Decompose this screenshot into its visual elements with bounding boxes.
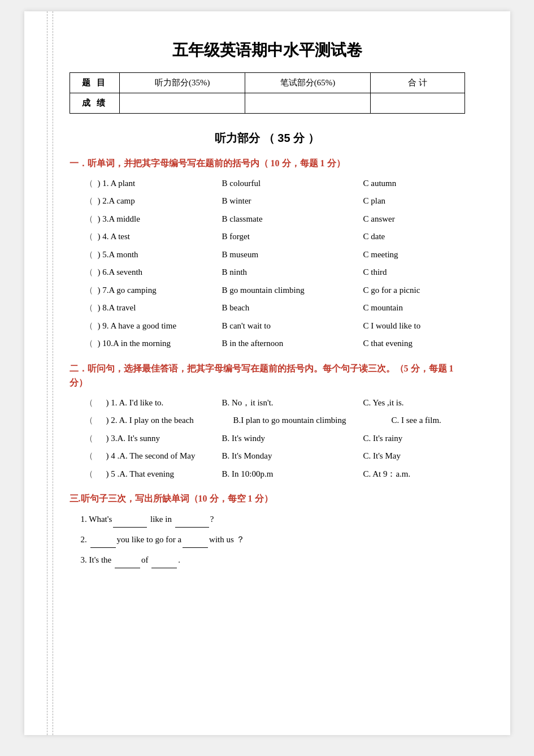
table-row: （ ) 1. A plant B colourful C autumn	[70, 176, 465, 191]
score-label-result: 成 绩	[70, 93, 120, 114]
q1-a: ) 1. A plant	[98, 176, 222, 191]
q4-b: B forget	[222, 230, 363, 244]
q4-a: ) 4. A test	[98, 230, 222, 244]
score-table: 题 目 听力部分(35%) 笔试部分(65%) 合 计 成 绩	[70, 72, 465, 114]
table-row: （ ) 3.A middle B classmate C answer	[70, 212, 465, 227]
q1-c: C autumn	[363, 176, 476, 191]
p2q2-a: ) 2. A. I play on the beach	[98, 413, 233, 428]
q7-c: C go for a picnic	[363, 283, 476, 298]
q1-b: B colourful	[222, 176, 363, 191]
bracket: （	[81, 449, 98, 464]
blank2	[175, 512, 209, 528]
bracket: （	[81, 413, 98, 428]
p2q2-b: B.I plan to go mountain climbing	[233, 413, 392, 428]
page-title: 五年级英语期中水平测试卷	[70, 40, 465, 61]
score-total-label: 合 计	[371, 73, 464, 93]
list-item: 3. It's the of .	[70, 552, 465, 568]
list-item: 2. you like to go for a with us ？	[70, 532, 465, 548]
table-row: （ ) 9. A have a good time B can't wait t…	[70, 319, 465, 334]
q7-a: ) 7.A go camping	[98, 283, 222, 298]
blank6	[151, 552, 177, 568]
table-row: （ ) 5.A month B museum C meeting	[70, 248, 465, 262]
p2q3-a: ) 3.A. It's sunny	[98, 431, 222, 446]
part3-heading: 三.听句子三次，写出所缺单词（10 分，每空 1 分）	[70, 491, 465, 506]
part1-label: 一．听单词，并把其字母编号写在题前的括号内（ 10 分，每题 1 分）	[70, 158, 345, 168]
p2q1-c: C. Yes ,it is.	[363, 396, 476, 411]
p2q5-c: C. At 9：a.m.	[363, 467, 476, 482]
q9-b: B can't wait to	[222, 319, 363, 334]
part2-label: 二．听问句，选择最佳答语，把其字母编号写在题前的括号内。每个句子读三次。（5 分…	[70, 364, 454, 388]
p2q4-b: B. It's Monday	[222, 449, 363, 464]
q8-c: C mountain	[363, 301, 476, 316]
q9-c: C I would like to	[363, 319, 476, 334]
p2q4-c: C. It's May	[363, 449, 476, 464]
table-row: （ ) 5 .A. That evening B. In 10:00p.m C.…	[70, 467, 465, 482]
bracket: （	[81, 301, 98, 316]
q10-a: ) 10.A in the morning	[98, 336, 222, 351]
q10-c: C that evening	[363, 336, 476, 351]
blank5	[115, 552, 140, 568]
bracket: （	[81, 396, 98, 411]
list-item: 1. What's like in ?	[70, 512, 465, 528]
bracket: （	[81, 431, 98, 446]
p2q4-a: ) 4 .A. The second of May	[98, 449, 222, 464]
bracket: （	[81, 283, 98, 298]
score-label-subject: 题 目	[70, 73, 120, 93]
q6-a: ) 6.A seventh	[98, 265, 222, 280]
blank4	[183, 532, 208, 548]
q9-a: ) 9. A have a good time	[98, 319, 222, 334]
score-listening-value	[120, 93, 245, 114]
score-listening-label: 听力部分(35%)	[120, 73, 245, 93]
table-row: （ ) 8.A travel B beach C mountain	[70, 301, 465, 316]
p2q3-c: C. It's rainy	[363, 431, 476, 446]
table-row: （ ) 4 .A. The second of May B. It's Mond…	[70, 449, 465, 464]
q8-a: ) 8.A travel	[98, 301, 222, 316]
bracket: （	[81, 248, 98, 262]
blank3	[90, 532, 116, 548]
bracket: （	[81, 176, 98, 191]
p2q5-a: ) 5 .A. That evening	[98, 467, 222, 482]
table-row: （ ) 1. A. I'd like to. B. No，it isn't. C…	[70, 396, 465, 411]
score-written-label: 笔试部分(65%)	[245, 73, 371, 93]
q10-b: B in the afternoon	[222, 336, 363, 351]
part3-label: 三.听句子三次，写出所缺单词（10 分，每空 1 分）	[70, 494, 273, 503]
p2q1-b: B. No，it isn't.	[222, 396, 363, 411]
q6-b: B ninth	[222, 265, 363, 280]
q5-a: ) 5.A month	[98, 248, 222, 262]
bracket: （	[81, 194, 98, 209]
part1-heading: 一．听单词，并把其字母编号写在题前的括号内（ 10 分，每题 1 分）	[70, 156, 465, 171]
part2-questions: （ ) 1. A. I'd like to. B. No，it isn't. C…	[70, 396, 465, 482]
q2-b: B winter	[222, 194, 363, 209]
table-row: （ ) 2. A. I play on the beach B.I plan t…	[70, 413, 465, 428]
bracket: （	[81, 212, 98, 227]
table-row: （ ) 3.A. It's sunny B. It's windy C. It'…	[70, 431, 465, 446]
q7-b: B go mountain climbing	[222, 283, 363, 298]
p2q5-b: B. In 10:00p.m	[222, 467, 363, 482]
part1-questions: （ ) 1. A plant B colourful C autumn （ ) …	[70, 176, 465, 351]
q5-b: B museum	[222, 248, 363, 262]
table-row: （ ) 6.A seventh B ninth C third	[70, 265, 465, 280]
listening-section-header: 听力部分 （ 35 分 ）	[70, 131, 465, 146]
q5-c: C meeting	[363, 248, 476, 262]
q2-a: ) 2.A camp	[98, 194, 222, 209]
exam-page: 五年级英语期中水平测试卷 题 目 听力部分(35%) 笔试部分(65%) 合 计…	[24, 11, 510, 735]
q8-b: B beach	[222, 301, 363, 316]
table-row: （ ) 2.A camp B winter C plan	[70, 194, 465, 209]
q4-c: C date	[363, 230, 476, 244]
table-row: （ ) 7.A go camping B go mountain climbin…	[70, 283, 465, 298]
q3-b: B classmate	[222, 212, 363, 227]
bracket: （	[81, 319, 98, 334]
q2-c: C plan	[363, 194, 476, 209]
table-row: （ ) 4. A test B forget C date	[70, 230, 465, 244]
bracket: （	[81, 467, 98, 482]
table-row: （ ) 10.A in the morning B in the afterno…	[70, 336, 465, 351]
p2q1-a: ) 1. A. I'd like to.	[98, 396, 222, 411]
q3-c: C answer	[363, 212, 476, 227]
bracket: （	[81, 336, 98, 351]
blank1	[113, 512, 147, 528]
part2-heading: 二．听问句，选择最佳答语，把其字母编号写在题前的括号内。每个句子读三次。（5 分…	[70, 361, 465, 390]
p2q2-c: C. I see a film.	[392, 413, 505, 428]
score-written-value	[245, 93, 371, 114]
q3-a: ) 3.A middle	[98, 212, 222, 227]
q6-c: C third	[363, 265, 476, 280]
